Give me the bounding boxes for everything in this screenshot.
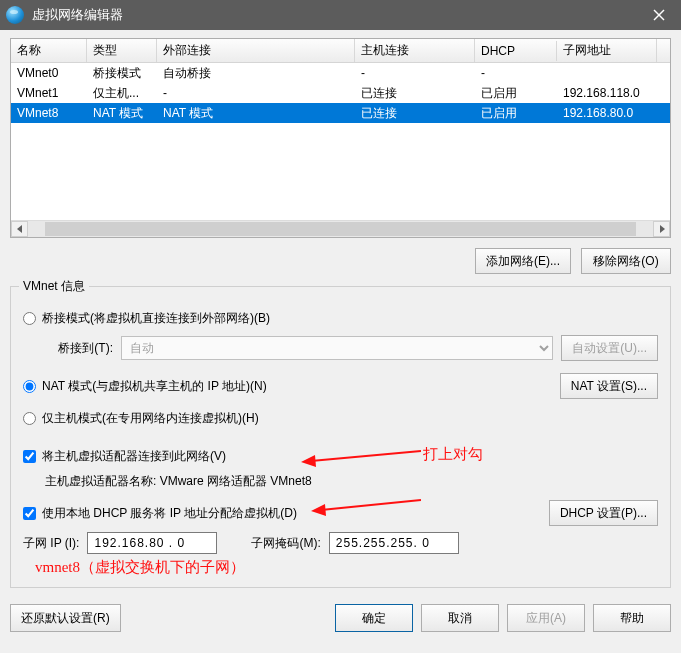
ok-button[interactable]: 确定 — [335, 604, 413, 632]
table-cell: 自动桥接 — [157, 62, 355, 85]
svg-line-4 — [311, 451, 421, 461]
remove-network-button[interactable]: 移除网络(O) — [581, 248, 671, 274]
restore-defaults-button[interactable]: 还原默认设置(R) — [10, 604, 121, 632]
annotation-bottom: vmnet8（虚拟交换机下的子网） — [35, 558, 658, 577]
scroll-tray[interactable] — [28, 221, 653, 237]
table-row[interactable]: VMnet0桥接模式自动桥接-- — [11, 63, 670, 83]
nat-settings-button[interactable]: NAT 设置(S)... — [560, 373, 658, 399]
col-type[interactable]: 类型 — [87, 39, 157, 62]
hostonly-radio[interactable] — [23, 412, 36, 425]
auto-settings-button[interactable]: 自动设置(U)... — [561, 335, 658, 361]
col-dhcp[interactable]: DHCP — [475, 41, 557, 61]
close-button[interactable] — [637, 0, 681, 30]
table-cell: - — [355, 63, 475, 83]
svg-marker-7 — [311, 504, 326, 516]
nat-radio-label: NAT 模式(与虚拟机共享主机的 IP 地址)(N) — [42, 378, 267, 395]
hostonly-radio-label: 仅主机模式(在专用网络内连接虚拟机)(H) — [42, 410, 259, 427]
bridge-radio-label: 桥接模式(将虚拟机直接连接到外部网络)(B) — [42, 310, 270, 327]
h-scrollbar[interactable] — [11, 220, 670, 237]
annotation-check-hint: 打上对勾 — [423, 445, 483, 464]
bridge-to-select[interactable]: 自动 — [121, 336, 553, 360]
close-icon — [653, 9, 665, 21]
table-cell: VMnet1 — [11, 83, 87, 103]
subnet-ip-field[interactable]: 192.168.80 . 0 — [87, 532, 217, 554]
network-table: 名称 类型 外部连接 主机连接 DHCP 子网地址 VMnet0桥接模式自动桥接… — [10, 38, 671, 238]
bridge-to-label: 桥接到(T): — [45, 340, 113, 357]
table-cell — [557, 70, 657, 76]
cancel-button[interactable]: 取消 — [421, 604, 499, 632]
svg-line-6 — [321, 500, 421, 510]
table-cell: NAT 模式 — [157, 102, 355, 125]
svg-marker-2 — [17, 225, 22, 233]
app-icon — [6, 6, 24, 24]
arrow-icon — [311, 498, 421, 518]
help-button[interactable]: 帮助 — [593, 604, 671, 632]
scroll-left-button[interactable] — [11, 221, 28, 237]
col-host[interactable]: 主机连接 — [355, 39, 475, 62]
vmnet-info-group: VMnet 信息 桥接模式(将虚拟机直接连接到外部网络)(B) 桥接到(T): … — [10, 286, 671, 588]
titlebar: 虚拟网络编辑器 — [0, 0, 681, 30]
window-title: 虚拟网络编辑器 — [32, 6, 637, 24]
table-row[interactable]: VMnet8NAT 模式NAT 模式已连接已启用192.168.80.0 — [11, 103, 670, 123]
table-header: 名称 类型 外部连接 主机连接 DHCP 子网地址 — [11, 39, 670, 63]
dhcp-settings-button[interactable]: DHCP 设置(P)... — [549, 500, 658, 526]
table-row[interactable]: VMnet1仅主机...-已连接已启用192.168.118.0 — [11, 83, 670, 103]
table-cell: 已连接 — [355, 102, 475, 125]
col-ext[interactable]: 外部连接 — [157, 39, 355, 62]
col-subnet[interactable]: 子网地址 — [557, 39, 657, 62]
table-cell: 已启用 — [475, 102, 557, 125]
subnet-ip-label: 子网 IP (I): — [23, 535, 79, 552]
dhcp-check-label: 使用本地 DHCP 服务将 IP 地址分配给虚拟机(D) — [42, 505, 297, 522]
svg-marker-3 — [660, 225, 665, 233]
hostadapter-checkbox[interactable] — [23, 450, 36, 463]
table-cell: NAT 模式 — [87, 102, 157, 125]
group-legend: VMnet 信息 — [19, 278, 89, 295]
dialog-footer: 还原默认设置(R) 确定 取消 应用(A) 帮助 — [0, 604, 681, 640]
hostadapter-check-label: 将主机虚拟适配器连接到此网络(V) — [42, 448, 226, 465]
arrow-icon — [301, 449, 421, 467]
table-cell: 192.168.118.0 — [557, 83, 657, 103]
subnet-mask-label: 子网掩码(M): — [251, 535, 320, 552]
add-network-button[interactable]: 添加网络(E)... — [475, 248, 571, 274]
table-cell: VMnet0 — [11, 63, 87, 83]
table-cell: - — [157, 83, 355, 103]
col-name[interactable]: 名称 — [11, 39, 87, 62]
table-cell: 192.168.80.0 — [557, 103, 657, 123]
table-cell: - — [475, 63, 557, 83]
svg-marker-5 — [301, 455, 316, 467]
scroll-thumb[interactable] — [45, 222, 636, 236]
chevron-right-icon — [658, 225, 666, 233]
table-body: VMnet0桥接模式自动桥接--VMnet1仅主机...-已连接已启用192.1… — [11, 63, 670, 123]
dhcp-checkbox[interactable] — [23, 507, 36, 520]
hostadapter-name: 主机虚拟适配器名称: VMware 网络适配器 VMnet8 — [45, 473, 658, 490]
scroll-right-button[interactable] — [653, 221, 670, 237]
nat-radio[interactable] — [23, 380, 36, 393]
chevron-left-icon — [16, 225, 24, 233]
subnet-mask-field[interactable]: 255.255.255. 0 — [329, 532, 459, 554]
bridge-radio[interactable] — [23, 312, 36, 325]
apply-button[interactable]: 应用(A) — [507, 604, 585, 632]
table-cell: VMnet8 — [11, 103, 87, 123]
